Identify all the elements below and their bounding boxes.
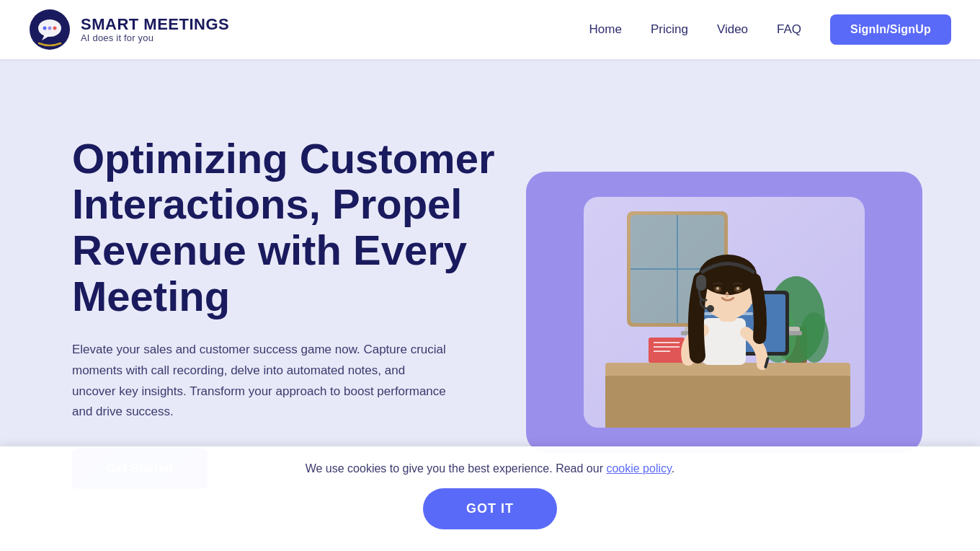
svg-point-3 [43,27,47,30]
image-inner [584,197,865,428]
svg-point-36 [699,255,757,295]
svg-rect-27 [649,338,685,363]
nav-faq[interactable]: FAQ [777,22,801,37]
navbar-links: Home Pricing Video FAQ SignIn/SignUp [589,14,951,45]
nav-video[interactable]: Video [717,22,748,37]
navbar: SMART MEETINGS AI does it for you Home P… [0,0,980,59]
svg-rect-41 [696,275,706,291]
cookie-banner: We use cookies to give you the best expe… [0,446,980,551]
brand-name: SMART MEETINGS [81,15,229,33]
cookie-policy-link[interactable]: cookie policy [606,462,671,475]
brand-logo: SMART MEETINGS AI does it for you [29,9,229,50]
hero-image [526,172,922,453]
image-outer [526,172,922,453]
signin-button[interactable]: SignIn/SignUp [830,14,951,45]
svg-rect-16 [605,376,850,428]
svg-point-4 [48,27,52,30]
nav-home[interactable]: Home [589,22,622,37]
cookie-text-start: We use cookies to give you the best expe… [306,462,607,475]
hero-text: Optimizing Customer Interactions, Propel… [72,136,519,490]
svg-point-40 [736,287,739,290]
svg-point-39 [716,287,719,290]
logo-text: SMART MEETINGS AI does it for you [81,15,229,44]
nav-pricing[interactable]: Pricing [651,22,688,37]
svg-point-42 [707,305,714,312]
cookie-message: We use cookies to give you the best expe… [306,462,675,475]
hero-headline: Optimizing Customer Interactions, Propel… [72,136,519,319]
hero-description: Elevate your sales and customer success … [72,340,447,423]
svg-point-14 [800,312,829,363]
cookie-text-end: . [672,462,674,475]
brand-tagline: AI does it for you [81,33,229,44]
got-it-button[interactable]: GOT IT [423,488,557,529]
svg-rect-31 [703,318,746,365]
logo-icon [29,9,71,50]
svg-point-5 [53,27,57,30]
